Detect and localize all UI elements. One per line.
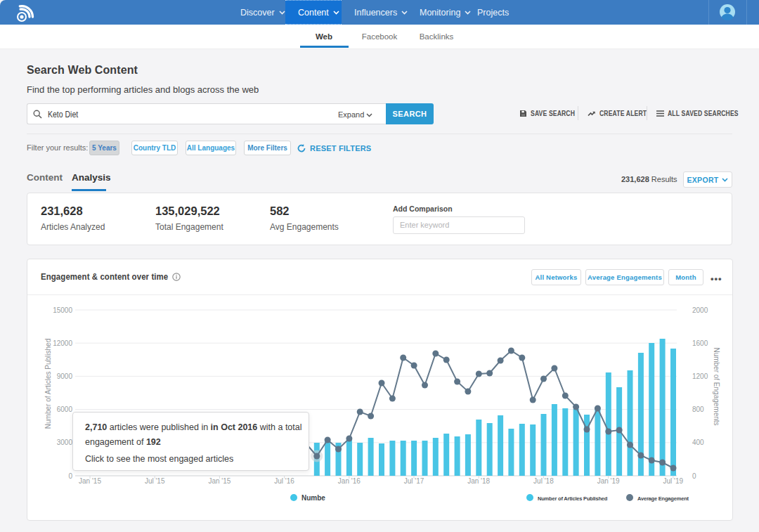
svg-text:Jul '19: Jul '19 <box>663 477 684 485</box>
svg-text:800: 800 <box>692 406 704 413</box>
svg-text:Jan '18: Jan '18 <box>467 477 490 485</box>
svg-text:Numbe: Numbe <box>301 494 325 502</box>
svg-text:2000: 2000 <box>692 306 708 314</box>
svg-text:Jul '15: Jul '15 <box>145 477 165 485</box>
svg-text:0: 0 <box>692 472 696 480</box>
svg-text:1200: 1200 <box>692 372 708 380</box>
svg-text:Average Engagement: Average Engagement <box>637 495 689 502</box>
svg-text:6000: 6000 <box>57 406 73 413</box>
svg-text:Jan '16: Jan '16 <box>338 477 361 485</box>
svg-text:Jul '16: Jul '16 <box>274 477 294 485</box>
svg-text:400: 400 <box>692 439 704 446</box>
svg-text:1600: 1600 <box>692 339 708 347</box>
svg-text:12000: 12000 <box>53 339 72 347</box>
svg-text:3000: 3000 <box>57 439 73 446</box>
svg-text:Number of Articles Published: Number of Articles Published <box>44 339 52 429</box>
svg-text:Jul '18: Jul '18 <box>533 477 554 485</box>
svg-text:Jan '15: Jan '15 <box>208 477 231 485</box>
svg-text:Number of Engagements: Number of Engagements <box>713 347 720 425</box>
svg-text:Number of Articles Published: Number of Articles Published <box>538 495 608 502</box>
svg-text:Jan '15: Jan '15 <box>79 477 101 485</box>
svg-text:Jul '17: Jul '17 <box>404 477 424 485</box>
svg-text:0: 0 <box>68 472 72 480</box>
svg-text:9000: 9000 <box>57 372 73 380</box>
svg-text:15000: 15000 <box>53 306 72 314</box>
svg-text:Jan '19: Jan '19 <box>597 477 620 485</box>
